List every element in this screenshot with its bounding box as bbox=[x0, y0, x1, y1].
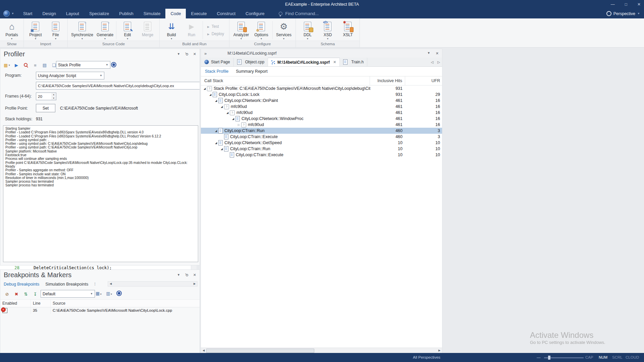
profile-point-target-icon[interactable] bbox=[111, 62, 116, 67]
panel-menu-icon[interactable]: ▼ bbox=[177, 273, 180, 277]
set-button[interactable]: Set bbox=[36, 104, 55, 112]
ribbon-button-analyzer[interactable]: Analyzer▼ bbox=[231, 20, 251, 41]
expand-arrow-icon[interactable]: ◢ bbox=[214, 129, 218, 132]
close-icon[interactable]: ✕ bbox=[436, 51, 439, 56]
breakpoint-row[interactable]: ✕✓35C:\EA\EA750\Code Samples\VEA\Microso… bbox=[0, 307, 200, 314]
column-header-line[interactable]: Line bbox=[31, 300, 51, 307]
column-header-enabled[interactable]: Enabled bbox=[0, 300, 31, 307]
ribbon-button-portals[interactable]: ⌂Portals▼ bbox=[2, 20, 22, 41]
delete-all-breakpoints-icon[interactable]: ⊘ bbox=[4, 291, 10, 297]
close-icon[interactable]: ✕ bbox=[333, 60, 336, 64]
expand-arrow-icon[interactable]: ◢ bbox=[214, 99, 218, 102]
tab-scroll-left-icon[interactable]: ◁ bbox=[431, 60, 434, 64]
slider-thumb[interactable] bbox=[548, 356, 550, 360]
expand-arrow-icon[interactable]: ◢ bbox=[219, 105, 224, 108]
all-perspectives-label[interactable]: All Perspectives bbox=[413, 355, 440, 359]
callstack-row[interactable]: CityLoop:CTrain::Execute4603 bbox=[201, 134, 442, 140]
callstack-row[interactable]: ◢?Stack Profile: C:\EA\EA750\Code Sample… bbox=[201, 85, 442, 92]
document-tab-m-14beta-c-locking-ssprf[interactable]: M:\14beta\C#\Locking.ssprf✕ bbox=[268, 58, 340, 66]
document-tab-start-page[interactable]: Start Page bbox=[201, 58, 234, 66]
callstack-row[interactable]: ◢CityLoop:CTrain::Run4603 bbox=[201, 128, 442, 134]
menu-tab-publish[interactable]: Publish bbox=[114, 9, 139, 18]
delete-breakpoint-icon[interactable]: ✖ bbox=[13, 291, 20, 297]
expand-arrow-icon[interactable]: ◢ bbox=[219, 147, 224, 150]
callstack-row[interactable]: ◢CityLoop:CNetwork::WindowProc46116 bbox=[201, 116, 442, 122]
callstack-row[interactable]: ◢CityLoop:CNetwork::GetSpeed1010 bbox=[201, 140, 442, 146]
perspective-selector[interactable]: Perspective ▼ bbox=[606, 9, 644, 18]
ufr-column-header[interactable]: UFR bbox=[405, 76, 442, 85]
ribbon-button-ddl[interactable]: DDL▼ bbox=[298, 20, 318, 41]
callstack-row[interactable]: ▷?mfc90ud46116 bbox=[201, 122, 442, 128]
callstack-row[interactable]: ◢CityLoop:CNetwork::OnPaint46116 bbox=[201, 98, 442, 104]
stop-profiler-icon[interactable]: ■ bbox=[32, 62, 39, 68]
zoom-out-icon[interactable]: — bbox=[537, 355, 541, 359]
chevrons-icon[interactable]: » bbox=[201, 51, 210, 56]
frames-input[interactable]: 20 bbox=[36, 93, 53, 100]
ribbon-button-synchronize[interactable]: ←Synchronize▼ bbox=[69, 20, 95, 41]
scroll-left-icon[interactable]: ◀ bbox=[201, 348, 206, 353]
find-command[interactable]: Find Command... bbox=[279, 9, 319, 18]
breakpoint-set-combo[interactable]: Default▼ bbox=[41, 290, 95, 298]
menu-tab-specialize[interactable]: Specialize bbox=[84, 9, 114, 18]
tab-scroll-right-icon[interactable]: ▷ bbox=[437, 60, 440, 64]
ribbon-button-build[interactable]: ⇊Build▼ bbox=[161, 20, 181, 41]
subtab-stack-profile[interactable]: Stack Profile bbox=[205, 69, 228, 74]
ribbon-button-xslt[interactable]: ✱XSLT bbox=[338, 20, 358, 41]
menu-tab-design[interactable]: Design bbox=[37, 9, 61, 18]
menu-tab-execute[interactable]: Execute bbox=[186, 9, 212, 18]
expand-arrow-icon[interactable]: ◢ bbox=[225, 111, 230, 114]
pin-icon[interactable]: ⚲ bbox=[184, 272, 189, 278]
pin-icon[interactable]: ⚲ bbox=[184, 51, 189, 57]
callstack-tree[interactable]: ◢?Stack Profile: C:\EA\EA750\Code Sample… bbox=[201, 85, 442, 158]
program-path-input[interactable]: C:\EA\EA750\Code Samples\VEA\Microsoft N… bbox=[36, 82, 200, 89]
ribbon-button-services[interactable]: ⚙Services▼ bbox=[274, 20, 294, 41]
close-icon[interactable]: ✕ bbox=[637, 2, 641, 7]
scroll-right-icon[interactable]: ▶ bbox=[437, 348, 442, 353]
callstack-row[interactable]: ◢?mfc90ud46116 bbox=[201, 104, 442, 110]
callstack-row[interactable]: ◢CityLoop:CTrain::Run1010 bbox=[201, 146, 442, 152]
horizontal-scrollbar[interactable]: ◀ ▶ bbox=[201, 348, 442, 353]
enable-all-breakpoints-icon[interactable]: ⇅ bbox=[22, 291, 29, 297]
chevron-down-icon[interactable]: ▼ bbox=[427, 51, 430, 56]
scroll-left-icon[interactable]: ◀ bbox=[108, 282, 113, 286]
inclusive-hits-column-header[interactable]: Inclusive Hits bbox=[370, 76, 405, 85]
scroll-right-icon[interactable]: ▶ bbox=[192, 282, 197, 286]
menu-tab-construct[interactable]: Construct bbox=[212, 9, 240, 18]
attach-process-icon[interactable] bbox=[22, 62, 29, 68]
layout-icon[interactable]: ▦▼ bbox=[96, 291, 102, 296]
ribbon-button-project[interactable]: ▣Project▼ bbox=[25, 20, 46, 41]
tab-debug-breakpoints[interactable]: Debug Breakpoints bbox=[4, 282, 39, 287]
callstack-row[interactable]: ◢?mfc90ud46116 bbox=[201, 110, 442, 116]
scrollbar-thumb[interactable] bbox=[206, 349, 314, 353]
breakpoint-target-icon[interactable] bbox=[116, 291, 122, 296]
close-icon[interactable]: ✕ bbox=[193, 52, 196, 56]
profiler-mode-combo[interactable]: Stack Profile▼ bbox=[56, 61, 110, 69]
close-icon[interactable]: ✕ bbox=[193, 273, 196, 277]
ribbon-button-generate[interactable]: →Generate▼ bbox=[95, 20, 115, 41]
column-header-source[interactable]: Source bbox=[51, 300, 200, 307]
app-menu-button[interactable]: ▼ bbox=[0, 9, 18, 18]
document-tab-train-h[interactable]: Train.h bbox=[340, 58, 367, 66]
menu-tab-simulate[interactable]: Simulate bbox=[139, 9, 166, 18]
expand-arrow-icon[interactable]: ◢ bbox=[231, 117, 235, 120]
run-profiler-icon[interactable]: ▶ bbox=[13, 62, 20, 68]
import-breakpoints-icon[interactable]: ↧ bbox=[32, 291, 39, 297]
subtab-summary-report[interactable]: Summary Report bbox=[236, 69, 267, 74]
tab-overflow-icon[interactable]: ⁞ bbox=[94, 282, 95, 287]
maximize-icon[interactable]: □ bbox=[625, 2, 627, 7]
document-tab-object-cpp[interactable]: Object.cpp bbox=[234, 58, 268, 66]
callstack-column-header[interactable]: Call Stack bbox=[201, 78, 370, 83]
expand-arrow-icon[interactable]: ◢ bbox=[214, 141, 218, 144]
ribbon-button-options[interactable]: ⚙Options▼ bbox=[251, 20, 271, 41]
menu-tab-layout[interactable]: Layout bbox=[61, 9, 84, 18]
ribbon-button-file[interactable]: →File▼ bbox=[46, 20, 66, 41]
tab-simulation-breakpoints[interactable]: Simulation Breakpoints bbox=[45, 282, 88, 287]
callstack-row[interactable]: CityLoop:CTrain::Execute1010 bbox=[201, 152, 442, 158]
frames-stepper[interactable]: ▲▼ bbox=[51, 93, 56, 100]
new-profile-icon[interactable]: ▩▼ bbox=[4, 62, 10, 68]
expand-arrow-icon[interactable]: ◢ bbox=[202, 87, 207, 90]
menu-tab-code[interactable]: Code bbox=[165, 9, 186, 18]
menu-tab-start[interactable]: Start bbox=[18, 9, 37, 18]
tab-scrollbar[interactable]: ◀ ▶ bbox=[108, 281, 198, 287]
program-combo[interactable]: Using Analyzer Script▼ bbox=[36, 72, 104, 79]
